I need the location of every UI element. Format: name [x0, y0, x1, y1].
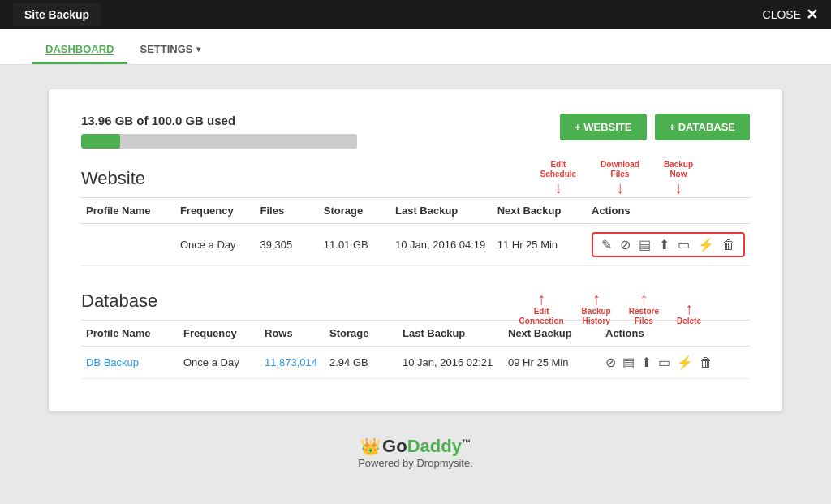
tab-settings[interactable]: SETTINGS ▾ [127, 35, 213, 64]
db-profile-name: DB Backup [81, 347, 179, 379]
db-actions-cell: ⊘ ▤ ⬆ ▭ ⚡ 🗑 [601, 347, 750, 379]
db-storage: 2.94 GB [325, 347, 398, 379]
website-files: 39,305 [256, 224, 319, 266]
disable-icon[interactable]: ⊘ [620, 237, 631, 252]
header: Site Backup CLOSE ✕ [0, 0, 831, 29]
delete-icon[interactable]: 🗑 [722, 238, 735, 252]
top-annotations: EditSchedule ↓ DownloadFiles ↓ BackupNow… [540, 160, 693, 196]
db-rows: 11,873,014 [260, 347, 325, 379]
footer: 👑 GoDaddy™ Powered by Dropmysite. [49, 411, 782, 485]
db-col-rows: Rows [260, 321, 325, 347]
col-frequency: Frequency [175, 198, 256, 224]
chevron-down-icon: ▾ [196, 45, 200, 54]
storage-progress-fill [81, 134, 120, 149]
action-buttons: + WEBSITE + DATABASE [560, 114, 750, 140]
website-table-row: Once a Day 39,305 11.01 GB 10 Jan, 2016 … [81, 224, 750, 266]
website-next-backup: 11 Hr 25 Min [493, 224, 587, 266]
website-profile-name [81, 224, 175, 266]
website-actions-box: ✎ ⊘ ▤ ⬆ ▭ ⚡ [592, 232, 745, 257]
annotation-restore-files: RestoreFiles ↑ [629, 291, 659, 326]
website-actions-cell: ✎ ⊘ ▤ ⬆ ▭ ⚡ [587, 224, 750, 266]
col-storage: Storage [319, 198, 390, 224]
col-profile-name: Profile Name [81, 198, 175, 224]
add-database-button[interactable]: + DATABASE [655, 114, 751, 140]
website-table: Profile Name Frequency Files Storage Las… [81, 197, 750, 266]
godaddy-logo: 👑 GoDaddy™ [360, 436, 471, 457]
storage-info: 13.96 GB of 100.0 GB used [81, 114, 560, 149]
website-storage: 11.01 GB [319, 224, 390, 266]
content-panel: 13.96 GB of 100.0 GB used + WEBSITE + DA… [49, 89, 782, 411]
db-col-frequency: Frequency [179, 321, 260, 347]
website-frequency: Once a Day [175, 224, 256, 266]
annotation-download-files: DownloadFiles ↓ [601, 160, 639, 196]
storage-label: 13.96 GB of 100.0 GB used [81, 114, 560, 127]
download-files-icon[interactable]: ⬆ [659, 237, 670, 252]
edit-schedule-icon[interactable]: ✎ [601, 237, 612, 252]
backup-history-icon[interactable]: ▤ [639, 237, 651, 252]
website-last-backup: 10 Jan, 2016 04:19 [390, 224, 493, 266]
db-col-storage: Storage [325, 321, 398, 347]
annotation-edit-schedule: EditSchedule ↓ [540, 160, 576, 196]
app-title: Site Backup [13, 3, 101, 26]
brand-name: GoDaddy™ [382, 436, 471, 457]
db-disable-icon[interactable]: ⊘ [605, 355, 616, 370]
annotation-backup-history: BackupHistory ↑ [582, 291, 611, 326]
storage-progress-bar [81, 134, 357, 149]
tab-dashboard[interactable]: DASHBOARD [32, 35, 127, 64]
db-delete-icon[interactable]: 🗑 [700, 355, 713, 370]
db-col-last-backup: Last Backup [398, 321, 503, 347]
col-actions: Actions [587, 198, 750, 224]
bottom-annotations: EditConnection ↑ BackupHistory ↑ Restore… [519, 291, 701, 326]
db-col-profile-name: Profile Name [81, 321, 179, 347]
close-icon[interactable]: ✕ [806, 6, 818, 24]
db-profile-link[interactable]: DB Backup [86, 356, 139, 368]
nav-bar: DASHBOARD SETTINGS ▾ [0, 29, 831, 65]
add-website-button[interactable]: + WEBSITE [560, 114, 646, 140]
db-restore-icon[interactable]: ▭ [658, 355, 670, 370]
db-frequency: Once a Day [179, 347, 260, 379]
database-table: Profile Name Frequency Rows Storage Last… [81, 320, 750, 379]
main-content: 13.96 GB of 100.0 GB used + WEBSITE + DA… [0, 65, 831, 504]
website-table-header: Profile Name Frequency Files Storage Las… [81, 198, 750, 224]
restore-files-icon[interactable]: ▭ [678, 237, 690, 252]
col-last-backup: Last Backup [390, 198, 493, 224]
db-backup-history-icon[interactable]: ▤ [622, 355, 635, 370]
storage-section: 13.96 GB of 100.0 GB used + WEBSITE + DA… [81, 114, 750, 149]
annotation-delete: Delete ↑ [677, 291, 701, 326]
db-next-backup: 09 Hr 25 Min [503, 347, 601, 379]
db-backup-now-icon[interactable]: ⚡ [677, 355, 693, 370]
crown-icon: 👑 [360, 437, 381, 456]
database-table-row: DB Backup Once a Day 11,873,014 2.94 GB … [81, 347, 750, 379]
col-next-backup: Next Backup [493, 198, 587, 224]
db-last-backup: 10 Jan, 2016 02:21 [398, 347, 503, 379]
db-upload-icon[interactable]: ⬆ [641, 355, 652, 370]
db-actions-icons: ⊘ ▤ ⬆ ▭ ⚡ 🗑 [605, 355, 745, 370]
powered-by-text: Powered by Dropmysite. [49, 457, 782, 469]
backup-now-icon[interactable]: ⚡ [698, 237, 714, 252]
col-files: Files [256, 198, 319, 224]
close-button[interactable]: CLOSE ✕ [763, 6, 818, 24]
annotation-edit-connection: EditConnection ↑ [519, 291, 564, 326]
annotation-backup-now: BackupNow ↓ [664, 160, 693, 196]
db-rows-link[interactable]: 11,873,014 [265, 356, 317, 368]
close-label: CLOSE [763, 8, 801, 21]
